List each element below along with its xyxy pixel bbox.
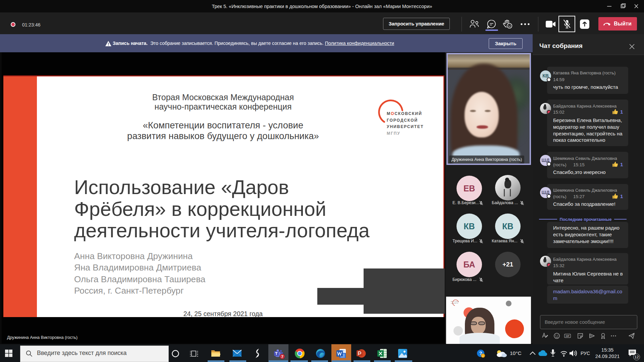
svg-text:GIF: GIF	[566, 335, 570, 337]
